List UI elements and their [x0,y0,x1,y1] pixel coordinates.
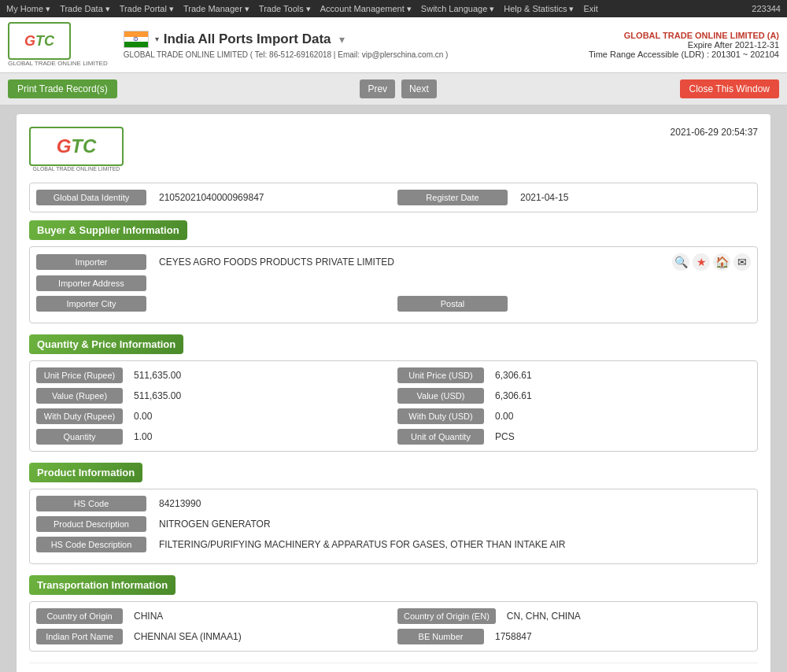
dropdown-arrow[interactable]: ▾ [339,33,345,46]
email-icon[interactable]: ✉ [733,253,751,271]
country-origin-en-value: CN, CHN, CHINA [502,609,751,623]
time-range: Time Range Accessible (LDR) : 201301 ~ 2… [589,50,779,59]
quantity-price-section: Quantity & Price Information Unit Price … [29,334,758,452]
unit-price-usd-label: Unit Price (USD) [397,367,484,383]
with-duty-rupee-value: 0.00 [129,409,390,423]
importer-address-value [154,282,751,285]
hs-code-desc-value: FILTERING/PURIFYING MACHINERY & APPARATU… [154,537,751,552]
importer-city-label: Importer City [36,296,146,312]
nav-trademanager[interactable]: Trade Manager ▾ [183,4,249,14]
product-desc-row: Product Description NITROGEN GENERATOR [36,516,751,532]
quantity-row: Quantity 1.00 Unit of Quantity PCS [36,429,751,445]
postal-value [515,302,751,305]
product-section: Product Information HS Code 84213990 Pro… [29,463,758,564]
quantity-value: 1.00 [129,430,390,444]
buyer-supplier-header: Buyer & Supplier Information [29,220,187,240]
global-data-identity-value: 21052021040000969847 [154,190,390,205]
top-toolbar: Print Trade Record(s) Prev Next Close Th… [0,73,787,105]
with-duty-usd-value: 0.00 [490,409,751,423]
india-flag: ⊙ [124,31,149,48]
transportation-header: Transportation Information [29,575,176,595]
port-be-row: Indian Port Name CHENNAI SEA (INMAA1) BE… [36,629,751,644]
home-icon[interactable]: 🏠 [713,253,730,271]
logo-subtitle: GLOBAL TRADE ONLINE LIMITED [8,60,108,68]
quantity-label: Quantity [36,429,123,445]
nav-myhome[interactable]: My Home ▾ [6,4,50,14]
prev-button-top[interactable]: Prev [360,79,395,98]
register-date-label: Register Date [397,190,508,205]
product-desc-label: Product Description [36,516,146,532]
value-rupee-label: Value (Rupee) [36,388,123,404]
logo-area: GTC GLOBAL TRADE ONLINE LIMITED [8,22,108,68]
identity-row: Global Data Identity 2105202104000096984… [29,183,758,212]
with-duty-rupee-label: With Duty (Rupee) [36,408,123,424]
nav-tradedata[interactable]: Trade Data ▾ [60,4,110,14]
close-button-top[interactable]: Close This Window [680,79,779,98]
unit-price-rupee-value: 511,635.00 [129,368,390,382]
logo: GTC [8,22,71,60]
nav-accountmanagement[interactable]: Account Management ▾ [320,4,412,14]
hs-code-label: HS Code [36,496,146,511]
record-card: GTC GLOBAL TRADE ONLINE LIMITED 2021-06-… [16,113,771,672]
with-duty-row: With Duty (Rupee) 0.00 With Duty (USD) 0… [36,408,751,424]
importer-address-label: Importer Address [36,275,146,291]
value-rupee-value: 511,635.00 [129,389,390,403]
next-button-top[interactable]: Next [401,79,437,98]
buyer-supplier-section: Buyer & Supplier Information Importer CE… [29,220,758,323]
indian-port-value: CHENNAI SEA (INMAA1) [129,630,390,644]
page-title-area: ⊙ ▾ India All Ports Import Data ▾ [124,31,581,48]
top-nav[interactable]: My Home ▾ Trade Data ▾ Trade Portal ▾ Tr… [6,4,598,14]
record-logo-area: GTC GLOBAL TRADE ONLINE LIMITED [29,127,124,172]
country-origin-en-label: Country of Origin (EN) [397,608,496,624]
unit-of-quantity-label: Unit of Quantity [397,429,484,445]
record-date: 2021-06-29 20:54:37 [671,127,758,138]
product-header: Product Information [29,463,142,482]
record-logo: GTC [29,127,124,166]
unit-of-quantity-value: PCS [490,430,751,444]
importer-row: Importer CEYES AGRO FOODS PRODUCTS PRIVA… [36,253,751,271]
value-usd-value: 6,306.61 [490,389,751,403]
unit-price-rupee-label: Unit Price (Rupee) [36,367,123,383]
expire-date: Expire After 2021-12-31 [589,40,779,50]
register-date-value: 2021-04-15 [515,190,751,205]
hs-code-row: HS Code 84213990 [36,496,751,511]
unit-price-usd-value: 6,306.61 [490,368,751,382]
importer-city-row: Importer City Postal [36,296,751,312]
subheader-text: GLOBAL TRADE ONLINE LIMITED ( Tel: 86-51… [124,50,581,59]
record-logo-sub: GLOBAL TRADE ONLINE LIMITED [29,166,124,172]
nav-tradetools[interactable]: Trade Tools ▾ [259,4,311,14]
nav-switchlanguage[interactable]: Switch Language ▾ [421,4,494,14]
importer-icons: 🔍 ★ 🏠 ✉ [672,253,751,271]
importer-label: Importer [36,254,146,270]
importer-city-value [154,302,390,305]
record-header: GTC GLOBAL TRADE ONLINE LIMITED 2021-06-… [29,127,758,172]
country-origin-value: CHINA [129,609,390,623]
global-data-identity-label: Global Data Identity [36,190,146,205]
hs-code-value: 84213990 [154,497,751,511]
postal-label: Postal [397,296,508,312]
unit-price-row: Unit Price (Rupee) 511,635.00 Unit Price… [36,367,751,383]
be-number-value: 1758847 [490,630,751,644]
be-number-label: BE Number [397,629,484,644]
header: GTC GLOBAL TRADE ONLINE LIMITED ⊙ ▾ Indi… [0,17,787,73]
record-footer: India All Ports Import Data 1 / 1 210520… [29,663,758,672]
value-row: Value (Rupee) 511,635.00 Value (USD) 6,3… [36,388,751,404]
main-content: GTC GLOBAL TRADE ONLINE LIMITED 2021-06-… [0,105,787,672]
company-name: GLOBAL TRADE ONLINE LIMITED (A) [589,31,779,40]
indian-port-label: Indian Port Name [36,629,123,644]
nav-tradeportal[interactable]: Trade Portal ▾ [120,4,174,14]
importer-address-row: Importer Address [36,275,751,291]
nav-exit[interactable]: Exit [583,4,597,14]
topbar: My Home ▾ Trade Data ▾ Trade Portal ▾ Tr… [0,0,787,17]
country-origin-label: Country of Origin [36,608,123,624]
search-icon[interactable]: 🔍 [672,253,689,271]
nav-helpstatistics[interactable]: Help & Statistics ▾ [504,4,574,14]
transportation-section: Transportation Information Country of Or… [29,575,758,652]
star-icon[interactable]: ★ [693,253,710,271]
page-heading: India All Ports Import Data [164,31,331,47]
print-button-top[interactable]: Print Trade Record(s) [8,79,117,98]
product-desc-value: NITROGEN GENERATOR [154,517,751,531]
importer-value: CEYES AGRO FOODS PRODUCTS PRIVATE LIMITE… [154,255,664,269]
hs-code-desc-label: HS Code Description [36,537,146,552]
hs-code-desc-row: HS Code Description FILTERING/PURIFYING … [36,537,751,552]
